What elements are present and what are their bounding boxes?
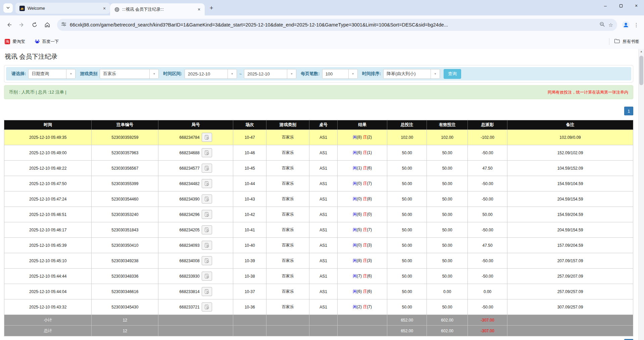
video-replay-button[interactable] <box>202 272 212 281</box>
date-start-select[interactable]: 2025-12-10 ▼ <box>185 69 237 79</box>
bookmark-taobao[interactable]: 淘 爱淘宝 <box>5 39 25 45</box>
reload-button[interactable] <box>29 19 40 31</box>
cell-game-kind: 百家乐 <box>266 222 309 238</box>
cell-result[interactable]: 闲(0) 庄(3) <box>338 238 387 253</box>
table-row: 2025-12-10 05:44:04 523030346616 6682338… <box>4 284 633 299</box>
cell-valid-bet: 50.00 <box>427 253 468 269</box>
tune-icon[interactable] <box>61 21 66 28</box>
cell-session: 10-46 <box>233 145 266 161</box>
col-total-bet: 总投注 <box>387 120 427 130</box>
cell-total-bet[interactable]: 50.00 <box>387 176 427 191</box>
bookmark-baidu[interactable]: 百度一下 <box>35 39 59 45</box>
cell-total-bet[interactable]: 50.00 <box>387 299 427 315</box>
per-page-select[interactable]: 100 ▼ <box>322 69 358 79</box>
cell-total-bet[interactable]: 102.00 <box>387 130 427 145</box>
url-text[interactable]: 66cxkj98.com/game/betrecord_search/kind3… <box>70 22 596 27</box>
chevron-down-icon: ▼ <box>228 69 237 78</box>
subtotal-total-bet: 652.00 <box>387 315 427 326</box>
video-replay-button[interactable] <box>202 225 212 234</box>
cell-total-bet[interactable]: 50.00 <box>387 207 427 222</box>
home-button[interactable] <box>42 19 53 31</box>
forward-button[interactable] <box>16 19 28 31</box>
notice-text: 同局有效投注，统一计算在该局第一张注单内 <box>548 90 628 95</box>
cell-remark: 307.09/257.09 <box>507 299 633 315</box>
tab-search-button[interactable] <box>3 3 13 13</box>
menu-kebab-icon[interactable]: ⋮ <box>632 22 641 28</box>
cell-bet-id: 523030357963 <box>92 145 158 161</box>
cell-round-id: 668234390 <box>158 191 233 207</box>
page-title: 视讯 会员下注纪录 <box>5 52 633 61</box>
cell-result[interactable]: 闲(0) 庄(7) <box>338 176 387 191</box>
video-replay-button[interactable] <box>202 179 212 188</box>
date-end-select[interactable]: 2025-12-10 ▼ <box>244 69 296 79</box>
cell-round-id: 668234008 <box>158 253 233 269</box>
url-bar[interactable]: 66cxkj98.com/game/betrecord_search/kind3… <box>57 19 617 31</box>
cell-remark: 154.59/104.59 <box>507 176 633 191</box>
cell-result[interactable]: 闲(1) 庄(6) <box>338 161 387 176</box>
close-icon[interactable]: × <box>196 6 202 12</box>
cell-table: AS1 <box>309 238 337 253</box>
scrollbar-thumb[interactable] <box>639 56 643 85</box>
cell-result[interactable]: 闲(6) 庄(1) <box>338 145 387 161</box>
tab-welcome[interactable]: Welcome × <box>15 3 110 14</box>
cell-result[interactable]: 闲(6) 庄(6) <box>338 284 387 299</box>
col-time: 时间 <box>4 120 92 130</box>
close-icon[interactable]: × <box>101 5 107 11</box>
cell-total-bet[interactable]: 50.00 <box>387 269 427 284</box>
video-replay-button[interactable] <box>202 256 212 265</box>
video-replay-button[interactable] <box>202 287 212 296</box>
cell-result[interactable]: 闲(2) 庄(7) <box>338 299 387 315</box>
minimize-button[interactable]: – <box>598 0 613 11</box>
all-bookmarks[interactable]: 所有书签 <box>609 38 639 45</box>
table-row: 2025-12-10 05:44:44 523030348336 6682339… <box>4 269 633 284</box>
cell-result[interactable]: 闲(7) 庄(6) <box>338 269 387 284</box>
tab-betrecord[interactable]: :::视讯 会员下注纪录::: × <box>110 3 205 15</box>
cell-result[interactable]: 闲(8) 庄(3) <box>338 253 387 269</box>
cell-result[interactable]: 闲(8) 庄(2) <box>338 130 387 145</box>
cell-remark: 204.59/154.59 <box>507 222 633 238</box>
cell-payout: 47.50 <box>468 238 507 253</box>
cell-session: 10-44 <box>233 176 266 191</box>
search-button[interactable]: 查询 <box>444 69 461 79</box>
cell-result[interactable]: 闲(5) 庄(7) <box>338 222 387 238</box>
cell-total-bet[interactable]: 50.00 <box>387 238 427 253</box>
col-round-id: 局号 <box>158 120 233 130</box>
game-kind-select[interactable]: 百家乐 ▼ <box>100 69 159 79</box>
cell-total-bet[interactable]: 50.00 <box>387 191 427 207</box>
cell-round-id: 668234784 <box>158 130 233 145</box>
cell-session: 10-36 <box>233 299 266 315</box>
sort-select[interactable]: 降幂(由大到小) ▼ <box>383 69 440 79</box>
video-replay-button[interactable] <box>202 133 212 142</box>
filter-bar: 请选择: 日期查询 ▼ 游戏类别 百家乐 ▼ 时间区间: 2025-12-10 … <box>6 67 631 80</box>
cell-total-bet[interactable]: 50.00 <box>387 284 427 299</box>
profile-avatar[interactable] <box>621 20 631 30</box>
new-tab-button[interactable]: + <box>207 3 216 13</box>
cell-valid-bet: 50.00 <box>427 176 468 191</box>
bookmark-star-icon[interactable]: ☆ <box>608 22 613 28</box>
page-scrollbar[interactable]: ▲ <box>638 49 644 340</box>
query-type-select[interactable]: 日期查询 ▼ <box>28 69 76 79</box>
video-replay-button[interactable] <box>202 302 212 311</box>
cell-game-kind: 百家乐 <box>266 161 309 176</box>
cell-total-bet[interactable]: 50.00 <box>387 253 427 269</box>
video-replay-button[interactable] <box>202 194 212 204</box>
video-replay-button[interactable] <box>202 210 212 219</box>
cell-round-id: 668234296 <box>158 207 233 222</box>
video-replay-button[interactable] <box>202 241 212 250</box>
video-replay-button[interactable] <box>202 148 212 157</box>
cell-total-bet[interactable]: 50.00 <box>387 145 427 161</box>
maximize-button[interactable] <box>613 0 629 11</box>
close-window-button[interactable]: × <box>629 0 644 11</box>
cell-total-bet[interactable]: 50.00 <box>387 161 427 176</box>
scroll-up-arrow[interactable]: ▲ <box>639 49 644 54</box>
cell-total-bet[interactable]: 50.00 <box>387 222 427 238</box>
cell-result[interactable]: 闲(0) 庄(8) <box>338 191 387 207</box>
cell-remark: 154.59/204.59 <box>507 207 633 222</box>
back-button[interactable] <box>3 19 15 31</box>
cell-game-kind: 百家乐 <box>266 284 309 299</box>
video-replay-button[interactable] <box>202 164 212 173</box>
cell-result[interactable]: 闲(6) 庄(0) <box>338 207 387 222</box>
sort-label: 时间排序: <box>362 71 381 77</box>
page-1-button[interactable]: 1 <box>624 107 633 115</box>
zoom-icon[interactable] <box>599 21 605 29</box>
